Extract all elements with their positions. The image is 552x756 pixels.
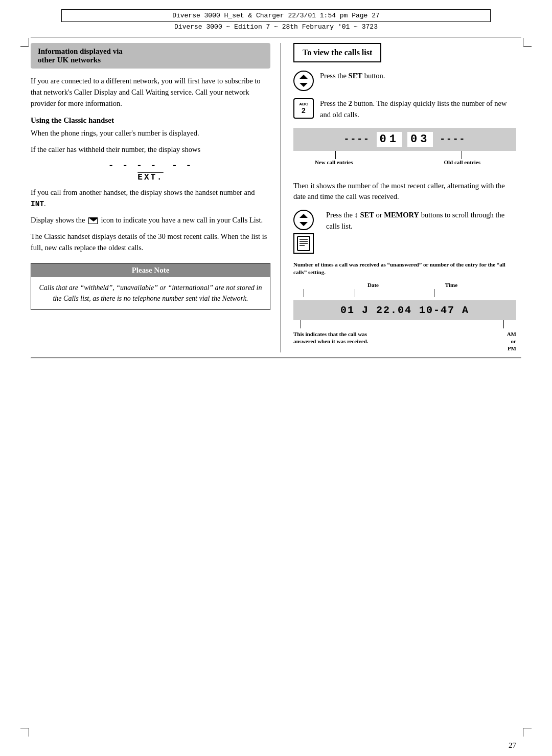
crop-mark: [523, 38, 523, 46]
bottom-annotations: This indicates that the call was answere…: [293, 330, 516, 352]
please-note-box: Please Note Calls that are “withheld”, “…: [31, 263, 270, 310]
display-big: 01 J 22.04 10-47 A: [293, 300, 516, 320]
old-call-line: [462, 151, 462, 159]
header-line1: Diverse 3000 H_set & Charger 22/3/01 1:5…: [61, 9, 491, 22]
display-dashes-right: ----: [433, 134, 466, 144]
crop-mark: [20, 46, 29, 47]
scroll-icons: [293, 210, 320, 254]
display-01-03: ---- 01 03 ----: [293, 128, 516, 151]
crop-mark: [523, 46, 532, 47]
abc2-button-icon: ABC 2: [293, 98, 314, 119]
envelope-icon: [88, 217, 98, 224]
display-01-03-container: ---- 01 03 ---- New call entries Old cal…: [293, 128, 516, 170]
crop-mark: [29, 728, 29, 737]
date-time-labels: Date Time: [293, 282, 516, 288]
then-shows-text: Then it shows the number of the most rec…: [293, 181, 516, 203]
info-box-line2: other UK networks: [38, 56, 101, 64]
page-number: 27: [509, 741, 516, 750]
display-01: 01: [377, 132, 402, 147]
main-content: Information displayed via other UK netwo…: [31, 43, 521, 352]
memory-label: MEMORY: [384, 211, 419, 219]
display-03: 03: [407, 132, 433, 147]
left-para-6: The Classic handset displays details of …: [31, 231, 270, 254]
please-note-body: Calls that are “withheld”, “unavailable”…: [31, 277, 270, 309]
left-para-1: If you are connected to a different netw…: [31, 76, 270, 109]
display-dashes-left: ----: [344, 134, 377, 144]
old-call-label: Old call entries: [444, 159, 481, 165]
num-ann-text: Number of times a call was received as “…: [293, 261, 516, 277]
entry-line: [304, 289, 304, 297]
set-scroll-label: SET: [360, 211, 374, 219]
bottom-ann-right: AM or PM: [507, 330, 516, 352]
set-label: SET: [349, 72, 362, 80]
step1-text: Press the SET button.: [320, 71, 516, 82]
bottom-rule: [31, 358, 521, 359]
top-rule: [31, 37, 521, 38]
left-para-4: If you call from another handset, the di…: [31, 187, 270, 210]
new-call-line: [335, 151, 336, 159]
am-label: AM: [507, 331, 516, 337]
time-label: Time: [445, 282, 457, 288]
info-box: Information displayed via other UK netwo…: [31, 43, 270, 69]
page-container: Diverse 3000 H_set & Charger 22/3/01 1:5…: [0, 9, 552, 756]
display-dashes-ext: - - - - - - EXT.: [31, 161, 270, 182]
right-header-box: To view the calls list: [293, 43, 381, 62]
or-label: or: [511, 338, 516, 344]
set-button-icon: [293, 71, 314, 91]
crop-mark: [20, 728, 29, 728]
step1-row: Press the SET button.: [293, 71, 516, 91]
int-label: INT: [31, 200, 44, 208]
two-button-label: 2: [349, 99, 352, 107]
display-ext: EXT.: [31, 173, 270, 182]
right-column: To view the calls list Press the SET but…: [281, 43, 516, 352]
page-header: Diverse 3000 H_set & Charger 22/3/01 1:5…: [31, 9, 521, 31]
two-label: 2: [302, 107, 306, 115]
new-call-label: New call entries: [315, 159, 353, 165]
bottom-lines: [293, 320, 516, 328]
memory-svg: [296, 235, 311, 252]
crop-mark: [523, 728, 523, 737]
right-ann-line: [503, 320, 504, 328]
date-label: Date: [367, 282, 379, 288]
please-note-header: Please Note: [31, 263, 270, 277]
info-box-line1: Information displayed via: [38, 47, 123, 55]
scroll-text: Press the ↕ SET or MEMORY buttons to scr…: [326, 210, 516, 232]
display-dashes: - - - - - -: [31, 161, 270, 171]
bottom-ann-left: This indicates that the call was answere…: [293, 330, 375, 352]
left-para-2: When the phone rings, your caller's numb…: [31, 128, 270, 139]
pm-label: PM: [508, 345, 516, 351]
crop-mark: [523, 728, 532, 728]
step2-row: ABC 2 Press the 2 button. The display qu…: [293, 98, 516, 121]
step2-text: Press the 2 button. The display quickly …: [320, 98, 516, 121]
date-time-lines: [293, 289, 516, 297]
left-para-5: Display shows the icon to indicate you h…: [31, 215, 270, 226]
set-scroll-icon: [293, 210, 314, 230]
crop-mark: [29, 38, 29, 46]
classic-handset-heading: Using the Classic handset: [31, 116, 270, 125]
display-labels-area: New call entries Old call entries: [298, 151, 511, 170]
date-line: [355, 289, 355, 297]
scroll-row: Press the ↕ SET or MEMORY buttons to scr…: [293, 210, 516, 254]
memory-icon: [293, 233, 314, 254]
left-column: Information displayed via other UK netwo…: [31, 43, 281, 352]
left-ann-line: [301, 320, 301, 328]
left-para-3: If the caller has withheld their number,…: [31, 144, 270, 155]
time-line: [434, 289, 434, 297]
num-annotations: Number of times a call was received as “…: [293, 261, 516, 277]
header-line2: Diverse 3000 ~ Edition 7 ~ 28th February…: [61, 23, 491, 31]
